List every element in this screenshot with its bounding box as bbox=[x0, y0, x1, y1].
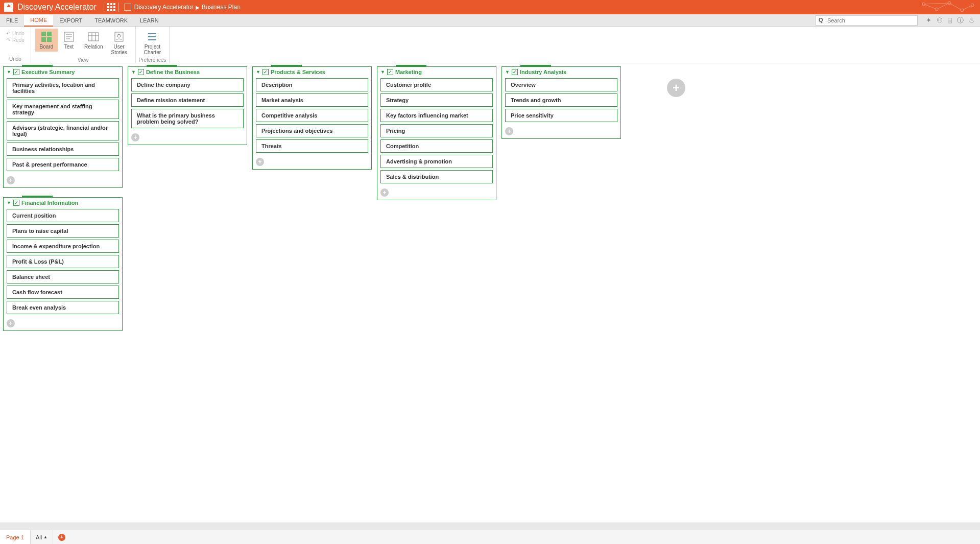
flame-icon[interactable]: ♨ bbox=[969, 16, 975, 24]
redo-button[interactable]: ↷Redo bbox=[6, 37, 25, 43]
ribbon-group-preferences: Project Charter Preferences bbox=[136, 27, 170, 63]
relation-view-button[interactable]: Relation bbox=[80, 29, 107, 52]
app-logo-icon bbox=[4, 3, 13, 12]
document-icon bbox=[124, 4, 131, 11]
tool-icon[interactable]: ✦ bbox=[926, 16, 931, 24]
menu-bar: FILEHOMEEXPORTTEAMWORKLEARN Q ✦ ⚇ ⌸ ⓘ ♨ bbox=[0, 14, 980, 27]
breadcrumb-separator-icon: ▶ bbox=[196, 5, 200, 10]
ribbon-label: Project Charter bbox=[144, 44, 161, 55]
svg-line-6 bbox=[937, 3, 949, 9]
menu-file[interactable]: FILE bbox=[0, 14, 24, 26]
ribbon-label: User Stories bbox=[111, 44, 127, 55]
ribbon-group-undo: ↶Undo ↷Redo Undo bbox=[0, 27, 31, 63]
svg-line-7 bbox=[949, 3, 962, 10]
ribbon-group-view: Board Text Relation User Stories View bbox=[31, 27, 136, 63]
menu-learn[interactable]: LEARN bbox=[134, 14, 165, 26]
svg-point-23 bbox=[117, 34, 121, 37]
svg-rect-12 bbox=[41, 37, 46, 42]
svg-line-8 bbox=[962, 5, 972, 10]
app-title: Discovery Accelerator bbox=[17, 3, 97, 12]
menu-export[interactable]: EXPORT bbox=[53, 14, 88, 26]
ribbon: ↶Undo ↷Redo Undo Board Text Relation Use… bbox=[0, 27, 980, 63]
search-icon: Q bbox=[819, 17, 823, 23]
board-view-button[interactable]: Board bbox=[35, 29, 58, 52]
relation-icon bbox=[87, 31, 100, 43]
redo-icon: ↷ bbox=[6, 37, 10, 43]
network-decoration-icon bbox=[914, 0, 980, 14]
user-icon bbox=[113, 31, 125, 43]
apps-grid-icon[interactable] bbox=[107, 3, 115, 11]
search-input[interactable] bbox=[816, 15, 918, 26]
text-icon bbox=[63, 31, 75, 43]
ribbon-group-label: Preferences bbox=[136, 57, 169, 63]
user-stories-button[interactable]: User Stories bbox=[107, 29, 131, 57]
app-header: Discovery Accelerator Discovery Accelera… bbox=[0, 0, 980, 14]
svg-rect-10 bbox=[41, 32, 46, 36]
svg-rect-11 bbox=[47, 32, 52, 36]
svg-rect-22 bbox=[115, 32, 123, 41]
project-charter-button[interactable]: Project Charter bbox=[140, 29, 165, 57]
list-icon bbox=[146, 31, 158, 43]
text-view-button[interactable]: Text bbox=[58, 29, 80, 52]
ribbon-group-label: Undo bbox=[0, 56, 31, 63]
board-icon bbox=[40, 31, 53, 43]
undo-button[interactable]: ↶Undo bbox=[6, 31, 25, 36]
menu-home[interactable]: HOME bbox=[24, 14, 53, 27]
breadcrumb: Discovery Accelerator ▶ Business Plan bbox=[124, 4, 241, 11]
divider bbox=[118, 3, 119, 12]
svg-rect-18 bbox=[88, 33, 99, 41]
menu-teamwork[interactable]: TEAMWORK bbox=[88, 14, 134, 26]
header-tool-icons: ✦ ⚇ ⌸ ⓘ ♨ bbox=[921, 14, 980, 26]
search-box: Q bbox=[816, 15, 918, 25]
undo-icon: ↶ bbox=[6, 31, 10, 36]
breadcrumb-current[interactable]: Business Plan bbox=[202, 4, 241, 11]
chat-icon[interactable]: ⌸ bbox=[948, 16, 952, 24]
ribbon-group-label: View bbox=[31, 57, 135, 63]
breadcrumb-root[interactable]: Discovery Accelerator bbox=[134, 4, 194, 11]
svg-rect-13 bbox=[47, 37, 52, 42]
svg-line-5 bbox=[924, 4, 937, 9]
sitemap-icon[interactable]: ⚇ bbox=[937, 16, 943, 24]
divider bbox=[104, 3, 104, 12]
info-icon[interactable]: ⓘ bbox=[957, 16, 964, 25]
svg-line-9 bbox=[924, 3, 949, 4]
